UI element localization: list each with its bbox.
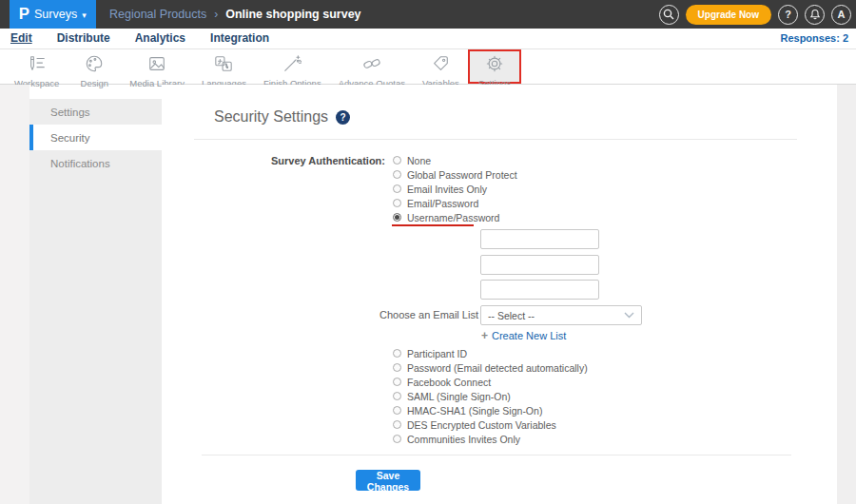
save-changes-button[interactable]: Save Changes [356,470,420,491]
radio-global-password-protect[interactable]: Global Password Protect [393,167,517,182]
radio-label: Participant ID [407,348,467,359]
radio-saml-sso[interactable]: SAML (Single Sign-On) [393,389,588,403]
nav-tabs: Edit Distribute Analytics Integration [10,29,269,49]
tab-integration[interactable]: Integration [210,31,269,47]
create-new-list-label: Create New List [492,330,566,341]
upgrade-now-button[interactable]: Upgrade Now [686,5,771,25]
radio-label: Email/Password [407,198,478,209]
toolbar-item-finish-options[interactable]: Finish Options [255,49,330,84]
radio-label: Facebook Connect [407,377,491,388]
avatar[interactable]: A [831,5,851,25]
edit-toolbar: Workspace Design Media Library Languages [0,49,856,85]
survey-nav: Edit Distribute Analytics Integration Re… [0,29,856,49]
radio-label: Username/Password [407,212,499,223]
radio-label: DES Encrypted Custom Variables [407,419,556,431]
radio-label: Password (Email detected automatically) [407,362,588,374]
radio-label: HMAC-SHA1 (Single Sign-On) [407,405,542,417]
radio-icon [393,378,401,386]
breadcrumb-current: Online shopping survey [225,8,360,21]
username-field[interactable] [480,229,599,249]
radio-email-invites-only[interactable]: Email Invites Only [393,182,517,196]
palette-icon [84,54,105,77]
translate-icon [213,54,234,77]
chevron-down-icon [624,312,634,319]
tab-analytics[interactable]: Analytics [135,31,185,47]
email-list-select[interactable]: -- Select -- [480,305,642,325]
sidebar-item-security[interactable]: Security [29,125,162,150]
annotation-red-underline [392,224,474,226]
chain-link-icon [361,54,382,77]
survey-authentication-label: Survey Authentication: [217,155,385,166]
breadcrumb: Regional Products › Online shopping surv… [109,0,361,29]
tab-edit[interactable]: Edit [10,31,32,47]
magic-wand-icon [282,54,302,77]
tab-distribute[interactable]: Distribute [57,31,110,47]
help-icon[interactable]: ? [778,5,798,25]
radio-password-email-detected[interactable]: Password (Email detected automatically) [393,360,588,375]
radio-label: SAML (Single Sign-On) [407,391,511,402]
questionpro-logo-icon: P [19,6,29,23]
page-title: Security Settings [214,108,328,126]
sidebar-item-settings[interactable]: Settings [29,99,162,125]
product-menu-label: Surveys [34,8,77,21]
sidebar-item-notifications[interactable]: Notifications [29,150,162,176]
email-list-label: Choose an Email List [379,305,478,325]
radio-label: Communities Invites Only [407,434,520,445]
radio-facebook-connect[interactable]: Facebook Connect [393,375,588,389]
password-field[interactable] [480,255,599,275]
radio-hmac-sha1-sso[interactable]: HMAC-SHA1 (Single Sign-On) [393,403,588,417]
title-divider [194,139,797,140]
gear-icon [484,54,505,77]
title-help-icon[interactable]: ? [336,110,350,125]
toolbar-item-design[interactable]: Design [68,49,121,84]
email-list-selected-value: -- Select -- [488,310,535,321]
radio-username-password[interactable]: Username/Password [393,210,517,224]
left-gutter [0,85,29,504]
responses-count[interactable]: Responses: 2 [780,32,848,44]
surveys-product-menu[interactable]: P Surveys ▾ [10,0,96,29]
auth-radio-group-secondary: Participant ID Password (Email detected … [393,346,588,446]
toolbar-item-media-library[interactable]: Media Library [121,49,193,84]
page-title-row: Security Settings ? [214,108,350,126]
radio-communities-invites-only[interactable]: Communities Invites Only [393,432,588,446]
search-icon[interactable] [659,5,679,25]
radio-icon [393,392,401,400]
header-actions: Upgrade Now ? A [659,0,851,29]
radio-icon [393,170,401,179]
radio-label: None [407,155,431,166]
security-settings-panel: Security Settings ? Survey Authenticatio… [162,85,837,504]
toolbar-item-workspace[interactable]: Workspace [6,49,68,84]
image-icon [146,54,167,77]
workspace-icon [27,54,48,77]
breadcrumb-parent[interactable]: Regional Products [109,8,206,21]
top-header: P Surveys ▾ Regional Products › Online s… [0,0,856,29]
radio-icon [393,349,401,358]
radio-icon [393,363,401,372]
footer-divider [202,455,791,456]
invalid-credentials-field[interactable] [480,280,599,300]
tag-icon [430,54,451,77]
radio-label: Email Invites Only [407,184,487,195]
app-window: P Surveys ▾ Regional Products › Online s… [0,0,856,504]
notifications-bell-icon[interactable] [805,5,825,25]
radio-des-encrypted-variables[interactable]: DES Encrypted Custom Variables [393,417,588,432]
radio-icon [393,420,401,429]
toolbar-item-advance-quotas[interactable]: Advance Quotas [330,49,414,84]
radio-icon [393,184,401,193]
toolbar-item-settings[interactable]: Settings [468,49,521,84]
radio-email-password[interactable]: Email/Password [393,196,517,210]
settings-sidebar: Settings Security Notifications [29,99,162,504]
toolbar-item-languages[interactable]: Languages [193,49,255,84]
radio-participant-id[interactable]: Participant ID [393,346,588,360]
toolbar-items: Workspace Design Media Library Languages [6,49,521,84]
breadcrumb-separator-icon: › [214,8,218,21]
plus-icon: + [481,329,488,342]
create-new-list-link[interactable]: + Create New List [481,329,566,342]
chevron-down-icon: ▾ [82,10,87,20]
radio-icon [393,156,401,165]
radio-label: Global Password Protect [407,169,517,181]
radio-icon [393,199,401,207]
radio-selected-icon [393,213,401,222]
radio-none[interactable]: None [393,153,517,167]
toolbar-item-variables[interactable]: Variables [414,49,468,84]
